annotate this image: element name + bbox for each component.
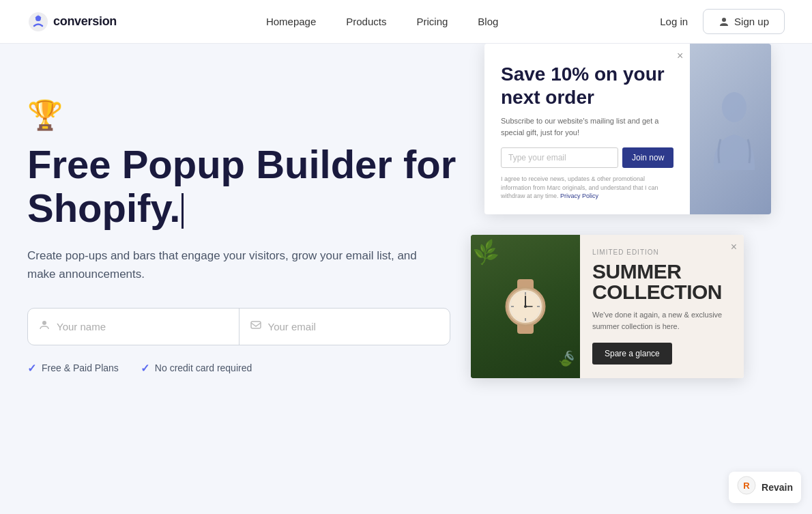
revain-badge: R Revain bbox=[729, 472, 801, 503]
popup1-close-button[interactable]: × bbox=[677, 51, 683, 61]
nav-link-products[interactable]: Products bbox=[334, 10, 398, 33]
watch-svg bbox=[495, 276, 556, 337]
svg-rect-4 bbox=[251, 322, 261, 328]
logo-icon bbox=[27, 11, 49, 33]
nav-link-homepage[interactable]: Homepage bbox=[254, 10, 328, 33]
svg-point-3 bbox=[42, 321, 46, 325]
person-silhouette bbox=[707, 88, 762, 170]
email-input[interactable] bbox=[268, 309, 439, 345]
check-item-1: ✓ Free & Paid Plans bbox=[27, 362, 119, 375]
popup2-watch-image: 🌿 🍃 bbox=[471, 235, 580, 378]
hero-title-line1: Free Popup Builder for bbox=[27, 142, 456, 186]
hero-form bbox=[27, 308, 450, 345]
popup1-email-input[interactable] bbox=[501, 147, 618, 168]
nav-actions: Log in Sign up bbox=[648, 9, 785, 34]
popup1-join-button[interactable]: Join now bbox=[622, 147, 673, 168]
trophy-icon: 🏆 bbox=[27, 98, 464, 132]
popup1-legal: I agree to receive news, updates & other… bbox=[501, 175, 673, 201]
revain-logo-icon: R bbox=[737, 476, 756, 495]
popup2-cta-button[interactable]: Spare a glance bbox=[592, 343, 672, 365]
user-icon bbox=[719, 16, 729, 27]
hero-left: 🏆 Free Popup Builder for Shopify. Create… bbox=[27, 85, 464, 375]
popup1-title: Save 10% on your next order bbox=[501, 63, 673, 109]
popup2-content: × LIMITED EDITION SUMMER COLLECTION We'v… bbox=[580, 235, 744, 378]
popup1-content: × Save 10% on your next order Subscribe … bbox=[484, 44, 690, 214]
cursor bbox=[182, 193, 184, 229]
popup2-edition: LIMITED EDITION bbox=[592, 248, 730, 256]
popup2-desc: We've done it again, a new & exclusive s… bbox=[592, 309, 730, 332]
check-label-2: No credit card required bbox=[155, 362, 252, 373]
svg-point-5 bbox=[722, 92, 746, 122]
popup1-image bbox=[690, 44, 771, 214]
check-label-1: Free & Paid Plans bbox=[42, 362, 119, 373]
name-field bbox=[28, 309, 240, 345]
person-icon bbox=[39, 319, 50, 333]
hero-section: 🏆 Free Popup Builder for Shopify. Create… bbox=[0, 44, 812, 514]
revain-icon: R bbox=[737, 476, 756, 499]
popup2-title: SUMMER COLLECTION bbox=[592, 261, 730, 302]
logo[interactable]: conversion bbox=[27, 11, 117, 33]
popup1-subtitle: Subscribe to our website's mailing list … bbox=[501, 115, 673, 138]
popup1-person-photo bbox=[690, 44, 771, 214]
svg-point-17 bbox=[524, 305, 527, 308]
email-icon bbox=[250, 319, 261, 333]
popup-email-subscribe: × Save 10% on your next order Subscribe … bbox=[484, 44, 771, 214]
checkmark-1: ✓ bbox=[27, 362, 36, 375]
popup1-privacy-link[interactable]: Privacy Policy bbox=[560, 192, 598, 199]
nav-links: Homepage Products Pricing Blog bbox=[254, 10, 510, 33]
name-input[interactable] bbox=[57, 309, 228, 345]
nav-link-pricing[interactable]: Pricing bbox=[404, 10, 460, 33]
hero-title-line2: Shopify. bbox=[27, 186, 180, 230]
navigation: conversion Homepage Products Pricing Blo… bbox=[0, 0, 812, 44]
popup-summer-collection: 🌿 🍃 × LIMITED EDITION SUMMER COLLECTION … bbox=[471, 235, 744, 378]
email-field bbox=[240, 309, 450, 345]
hero-title: Free Popup Builder for Shopify. bbox=[27, 143, 464, 230]
revain-label: Revain bbox=[762, 482, 793, 493]
svg-point-2 bbox=[722, 18, 726, 22]
nav-link-blog[interactable]: Blog bbox=[465, 10, 510, 33]
checkmark-2: ✓ bbox=[141, 362, 149, 375]
check-item-2: ✓ No credit card required bbox=[141, 362, 252, 375]
hero-subtitle: Create pop-ups and bars that engage your… bbox=[27, 246, 423, 283]
logo-text: conversion bbox=[53, 14, 117, 29]
login-button[interactable]: Log in bbox=[648, 10, 700, 33]
popup1-form: Join now bbox=[501, 147, 673, 168]
svg-text:R: R bbox=[743, 481, 750, 491]
hero-checks: ✓ Free & Paid Plans ✓ No credit card req… bbox=[27, 362, 464, 375]
signup-button[interactable]: Sign up bbox=[703, 9, 785, 34]
popup2-close-button[interactable]: × bbox=[731, 242, 737, 253]
